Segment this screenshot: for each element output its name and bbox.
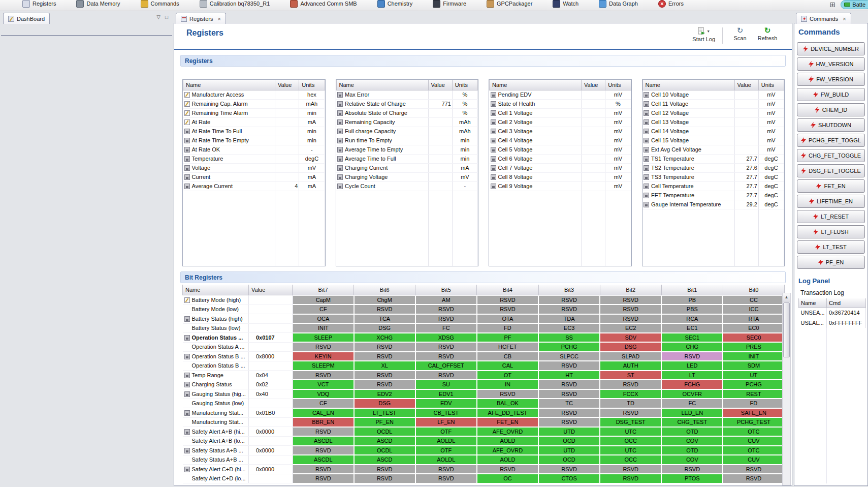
register-row[interactable]: Voltage mV	[183, 163, 325, 172]
register-row[interactable]: Full charge Capacity mAh	[336, 127, 478, 136]
tab-dashboard[interactable]: DashBoard	[3, 13, 50, 24]
bit-cell-green[interactable]: UTC	[600, 427, 661, 437]
register-row[interactable]: Average Time to Full min	[336, 154, 478, 163]
bit-cell-green[interactable]: OCDL	[354, 427, 415, 437]
command-button-fw_version[interactable]: FW_VERSION	[797, 73, 865, 86]
bit-cell-green[interactable]: FCCX	[600, 389, 661, 399]
bit-cell-gray[interactable]: FD	[477, 323, 538, 333]
tab-registers[interactable]: Registers ×	[176, 13, 226, 24]
register-row[interactable]: TS1 Temperature 27.7 degC	[642, 154, 784, 163]
register-row[interactable]: Gauge Internal Temperature 29.2 degC	[642, 200, 784, 209]
bit-cell-red[interactable]: DSG	[600, 342, 661, 352]
bit-cell-green[interactable]: SLEEP	[293, 333, 354, 343]
bit-cell-green[interactable]: CHG_TEST	[661, 417, 723, 427]
register-row[interactable]: TS3 Temperature 27.7 degC	[642, 172, 784, 181]
bit-cell-gray[interactable]: RSVD	[477, 305, 538, 314]
bit-cell-gray[interactable]: RSVD	[538, 389, 600, 399]
register-row[interactable]: Manufacturer Access hex	[183, 90, 325, 99]
toolbar-item[interactable]: Watch	[553, 0, 578, 11]
bit-cell-gray[interactable]: RSVD	[538, 295, 600, 305]
bit-cell-green[interactable]: AUTH	[600, 361, 661, 371]
command-button-lt_test[interactable]: LT_TEST	[797, 240, 865, 254]
bit-cell-gray[interactable]: RSVD	[600, 408, 661, 418]
bit-cell-green[interactable]: CUV	[723, 455, 784, 465]
bit-cell-green[interactable]: EDV2	[354, 389, 415, 399]
command-button-fw_build[interactable]: FW_BUILD	[797, 88, 865, 101]
bit-cell-green[interactable]: RSVD	[600, 474, 661, 483]
bit-cell-green[interactable]: PCHG	[723, 380, 784, 389]
bit-cell-red[interactable]: KEYIN	[293, 352, 354, 361]
bit-table-scrollbar[interactable]: ▲	[782, 293, 791, 485]
bit-cell-green[interactable]: OCC	[600, 436, 661, 446]
bit-cell-gray[interactable]: RSVD	[354, 380, 415, 389]
bit-cell-green[interactable]: PCHG_TEST	[723, 417, 784, 427]
bit-register-row[interactable]: Battery Mode (high) CapMChgMAMRSVDRSVDRS…	[183, 295, 785, 305]
bit-cell-green[interactable]: CAL	[477, 361, 538, 371]
register-row[interactable]: Cell Temperature 27.7 degC	[642, 181, 784, 191]
toolbar-item[interactable]: Chemistry	[377, 0, 413, 11]
bit-cell-gray[interactable]: PBS	[661, 305, 723, 314]
bit-cell-gray[interactable]: RSVD	[600, 314, 661, 324]
toolbar-item[interactable]: Firmware	[433, 0, 466, 11]
bit-cell-gray[interactable]: RSVD	[477, 465, 538, 474]
command-button-hw_version[interactable]: HW_VERSION	[797, 57, 865, 71]
bit-cell-gray[interactable]: AM	[415, 295, 477, 305]
bit-cell-gray[interactable]: RSVD	[723, 474, 784, 483]
bit-cell-gray[interactable]: RTA	[723, 314, 784, 324]
bit-cell-gray[interactable]: FC	[415, 323, 477, 333]
bit-cell-gray[interactable]: RSVD	[600, 295, 661, 305]
register-row[interactable]: Average Time to Empty min	[336, 145, 478, 154]
bit-cell-gray[interactable]: RSVD	[293, 342, 354, 352]
toolbar-item[interactable]: Advanced Comm SMB	[290, 0, 357, 11]
perspective-grid-icon[interactable]: ⊞	[830, 1, 836, 9]
bit-cell-green[interactable]: OCVFR	[661, 389, 723, 399]
bit-cell-green[interactable]: OTD	[661, 446, 723, 455]
bit-cell-green[interactable]: ASCDL	[293, 455, 354, 465]
bit-cell-green[interactable]: CHG	[661, 342, 723, 352]
bit-cell-gray[interactable]: RSVD	[538, 465, 600, 474]
register-row[interactable]: Remaining Time Alarm min	[183, 108, 325, 117]
bit-cell-green[interactable]: CUV	[723, 436, 784, 446]
bit-cell-green[interactable]: PF	[477, 333, 538, 343]
bit-cell-green[interactable]: OCD	[538, 436, 600, 446]
bit-cell-green[interactable]: OTF	[415, 427, 477, 437]
bit-register-row[interactable]: Safety Alert C+D (hi... 0x0000 RSVDRSVDR…	[183, 465, 785, 474]
bit-cell-gray[interactable]: SLPCC	[538, 352, 600, 361]
register-row[interactable]: Cell 13 Voltage mV	[642, 117, 784, 127]
bit-cell-gray[interactable]: RSVD	[354, 371, 415, 380]
bit-cell-green[interactable]: SEC1	[661, 333, 723, 343]
bit-cell-green[interactable]: LED	[661, 361, 723, 371]
bit-cell-green[interactable]: CAL_OFFSET	[415, 361, 477, 371]
register-row[interactable]: Cell 3 Voltage mV	[490, 127, 631, 136]
bit-cell-gray[interactable]: RSVD	[600, 465, 661, 474]
bit-cell-gray[interactable]: RSVD	[415, 474, 477, 483]
bit-cell-gray[interactable]: FC	[661, 399, 723, 408]
bit-cell-gray[interactable]: CF	[293, 305, 354, 314]
toolbar-item[interactable]: Calibration bq78350_R1	[200, 0, 270, 11]
register-row[interactable]: At Rate mA	[183, 117, 325, 127]
bit-cell-gray[interactable]: RSVD	[723, 465, 784, 474]
register-row[interactable]: Run time To Empty min	[336, 136, 478, 145]
bit-cell-gray[interactable]: RSVD	[600, 305, 661, 314]
scroll-up-icon[interactable]: ▲	[783, 293, 790, 301]
bit-cell-gray[interactable]: CB	[477, 352, 538, 361]
start-log-button[interactable]: ▼ Start Log	[692, 26, 715, 42]
bit-cell-green[interactable]: COV	[661, 455, 723, 465]
command-button-chem_id[interactable]: CHEM_ID	[797, 103, 865, 116]
bit-cell-gray[interactable]: RSVD	[415, 305, 477, 314]
bit-cell-red[interactable]: ST	[600, 371, 661, 380]
bit-cell-gray[interactable]: RSVD	[538, 305, 600, 314]
register-row[interactable]: Cell 10 Voltage mV	[642, 90, 784, 99]
register-row[interactable]: At Rate Time To Empty min	[183, 136, 325, 145]
bit-cell-gray[interactable]: RSVD	[293, 371, 354, 380]
bit-cell-green[interactable]: BAL_OK	[477, 399, 538, 408]
bit-cell-gray[interactable]: RSVD	[293, 465, 354, 474]
bit-cell-gray[interactable]: OCA	[293, 314, 354, 324]
register-row[interactable]: Cell 5 Voltage mV	[490, 145, 631, 154]
bit-cell-gray[interactable]: ICC	[723, 305, 784, 314]
register-row[interactable]: Cell 14 Voltage mV	[642, 127, 784, 136]
bit-cell-green[interactable]: PRES	[723, 342, 784, 352]
close-tab-icon[interactable]: ×	[843, 16, 846, 22]
bit-cell-gray[interactable]: PB	[661, 295, 723, 305]
bit-cell-green[interactable]: XL	[354, 361, 415, 371]
